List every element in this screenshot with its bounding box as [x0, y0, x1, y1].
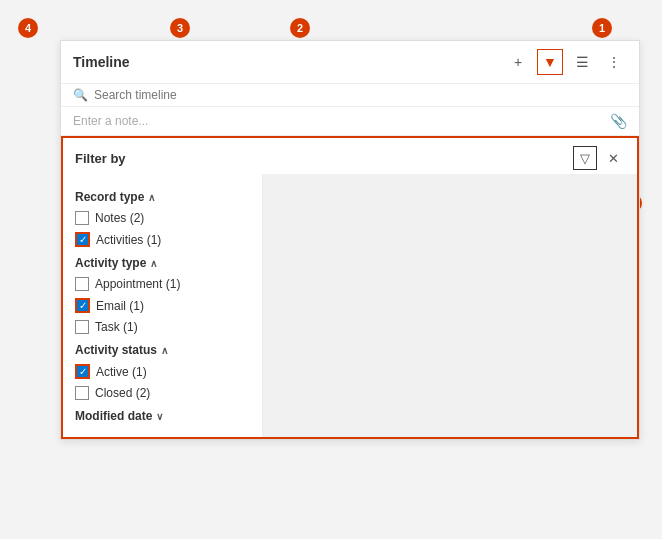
modified-date-label: Modified date [75, 409, 152, 423]
section-activity-type: Activity type ∧ [75, 256, 250, 270]
callout-1: 1 [592, 18, 612, 38]
activity-status-chevron[interactable]: ∧ [161, 345, 168, 356]
email-label: Email (1) [96, 299, 144, 313]
record-type-chevron[interactable]: ∧ [148, 192, 155, 203]
filter-option-task: Task (1) [75, 319, 250, 335]
activities-checkbox[interactable]: ✓ [75, 232, 90, 247]
section-modified-date: Modified date ∨ [75, 409, 250, 423]
close-filter-button[interactable]: ✕ [601, 146, 625, 170]
closed-label: Closed (2) [95, 386, 150, 400]
add-button[interactable]: + [505, 49, 531, 75]
callout-4: 4 [18, 18, 38, 38]
filter-option-closed: Closed (2) [75, 385, 250, 401]
clear-filter-button[interactable]: ▽ [573, 146, 597, 170]
activity-type-label: Activity type [75, 256, 146, 270]
modified-date-chevron[interactable]: ∨ [156, 411, 163, 422]
header-icons: + ▼ ☰ ⋮ [505, 49, 627, 75]
activity-status-label: Activity status [75, 343, 157, 357]
filter-option-activities: ✓ Activities (1) [75, 231, 250, 248]
filter-header-row: Filter by ▽ ✕ [63, 138, 637, 174]
filter-left: Record type ∧ Notes (2) ✓ Activities (1) [63, 174, 263, 437]
timeline-panel: Timeline + ▼ ☰ ⋮ 🔍 Enter a note... 📎 [60, 40, 640, 440]
active-checkbox[interactable]: ✓ [75, 364, 90, 379]
search-input[interactable] [94, 88, 627, 102]
filter-header-icons: ▽ ✕ [573, 146, 625, 170]
filter-option-appointment: Appointment (1) [75, 276, 250, 292]
filter-button[interactable]: ▼ [537, 49, 563, 75]
callout-2: 2 [290, 18, 310, 38]
section-record-type: Record type ∧ [75, 190, 250, 204]
callout-3: 3 [170, 18, 190, 38]
more-button[interactable]: ⋮ [601, 49, 627, 75]
appointment-label: Appointment (1) [95, 277, 180, 291]
email-checkmark: ✓ [79, 301, 87, 311]
section-activity-status: Activity status ∧ [75, 343, 250, 357]
task-label: Task (1) [95, 320, 138, 334]
note-placeholder: Enter a note... [73, 114, 148, 128]
active-checkmark: ✓ [79, 367, 87, 377]
notes-label: Notes (2) [95, 211, 144, 225]
closed-checkbox[interactable] [75, 386, 89, 400]
filter-option-email: ✓ Email (1) [75, 297, 250, 314]
activities-checkmark: ✓ [79, 235, 87, 245]
sort-button[interactable]: ☰ [569, 49, 595, 75]
notes-checkbox[interactable] [75, 211, 89, 225]
filter-content: Record type ∧ Notes (2) ✓ Activities (1) [63, 174, 637, 437]
activity-type-chevron[interactable]: ∧ [150, 258, 157, 269]
appointment-checkbox[interactable] [75, 277, 89, 291]
filter-right [263, 174, 637, 437]
search-icon: 🔍 [73, 88, 88, 102]
task-checkbox[interactable] [75, 320, 89, 334]
record-type-label: Record type [75, 190, 144, 204]
email-checkbox[interactable]: ✓ [75, 298, 90, 313]
note-input-bar: Enter a note... 📎 [61, 107, 639, 136]
activities-label: Activities (1) [96, 233, 161, 247]
filter-panel: Filter by ▽ ✕ Record type ∧ [61, 136, 639, 439]
filter-option-active: ✓ Active (1) [75, 363, 250, 380]
active-label: Active (1) [96, 365, 147, 379]
filter-by-label: Filter by [75, 151, 126, 166]
filter-option-notes: Notes (2) [75, 210, 250, 226]
timeline-header: Timeline + ▼ ☰ ⋮ [61, 41, 639, 84]
search-bar: 🔍 [61, 84, 639, 107]
timeline-title: Timeline [73, 54, 130, 70]
attachment-icon: 📎 [610, 113, 627, 129]
